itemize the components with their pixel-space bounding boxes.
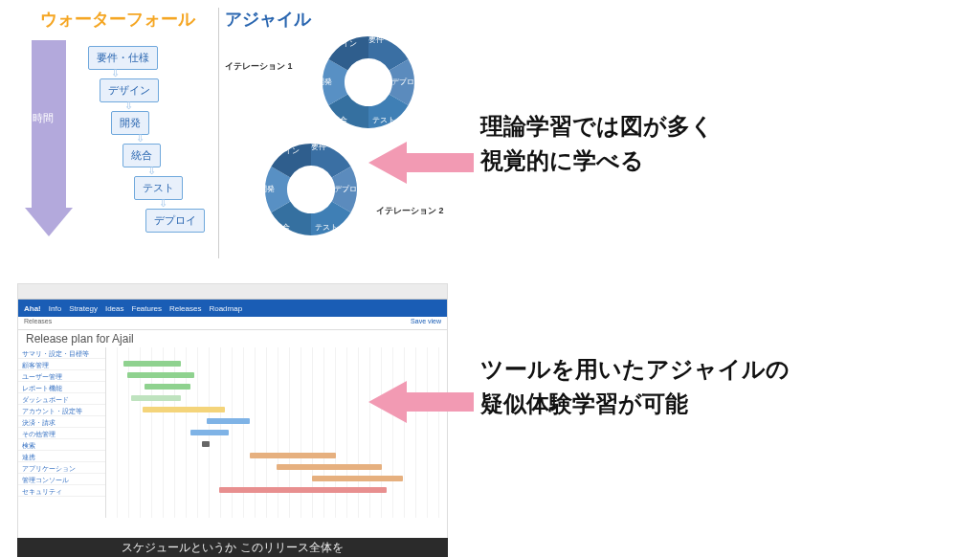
wf-step: デプロイ bbox=[145, 209, 205, 233]
time-arrow bbox=[25, 40, 73, 241]
sub-bar: Releases Save view bbox=[18, 317, 447, 330]
callout1-line2: 視覚的に学べる bbox=[480, 144, 714, 178]
gantt-bar bbox=[131, 395, 181, 401]
seg2-int: 統合 bbox=[275, 222, 290, 233]
menu-item[interactable]: Releases bbox=[169, 304, 201, 313]
gantt-row-label: 連携 bbox=[18, 451, 105, 462]
seg-dev: 開発 bbox=[317, 77, 332, 87]
gantt-row-label: その他管理 bbox=[18, 428, 105, 439]
gantt-bar bbox=[207, 418, 250, 424]
callout2-line2: 疑似体験学習が可能 bbox=[480, 387, 790, 421]
gantt-bar bbox=[277, 464, 382, 470]
gantt-bar bbox=[127, 372, 194, 378]
agile-panel: アジャイル イテレーション 1 イテレーション 2 要件・仕様 デプロイ テスト… bbox=[218, 8, 448, 258]
gantt-row-label: セキュリティ bbox=[18, 485, 105, 497]
gantt-row-label: サマリ・設定・目標等 bbox=[18, 347, 105, 359]
gantt-bar bbox=[202, 441, 210, 447]
callout-arrow-2 bbox=[368, 373, 474, 431]
gantt-labels: サマリ・設定・目標等顧客管理ユーザー管理レポート機能ダッシュボードアカウント・設… bbox=[18, 347, 106, 518]
gantt-bar bbox=[190, 430, 229, 435]
menu-item[interactable]: Roadmap bbox=[209, 304, 242, 313]
gantt-bar bbox=[123, 361, 181, 367]
gantt-row-label: ダッシュボード bbox=[18, 393, 105, 405]
seg2-dev: 開発 bbox=[259, 184, 275, 194]
gantt-row-label: アプリケーション bbox=[18, 462, 105, 474]
gantt-row-label: ユーザー管理 bbox=[18, 370, 105, 382]
methodology-diagram: ウォーターフォール 時間 要件・仕様⇩ デザイン⇩ 開発⇩ 統合⇩ テスト⇩ デ… bbox=[17, 8, 448, 258]
gantt-bar bbox=[145, 384, 190, 390]
menu-item[interactable]: Strategy bbox=[69, 304, 98, 313]
seg2-test: テスト bbox=[315, 222, 338, 233]
agile-title: アジャイル bbox=[225, 8, 448, 31]
release-title: Release plan for Ajail bbox=[18, 330, 447, 347]
callout-arrow-1 bbox=[368, 134, 474, 191]
seg2-deploy: デプロイ bbox=[334, 184, 365, 194]
iteration1-label: イテレーション 1 bbox=[225, 60, 293, 73]
waterfall-title: ウォーターフォール bbox=[17, 8, 218, 31]
browser-chrome bbox=[18, 284, 447, 300]
gantt-bar bbox=[250, 453, 336, 458]
seg-int: 統合 bbox=[332, 115, 347, 125]
callout-2: ツールを用いたアジャイルの 疑似体験学習が可能 bbox=[480, 352, 790, 421]
seg-design: デザイン bbox=[326, 38, 357, 49]
gantt-row-label: レポート機能 bbox=[18, 382, 105, 393]
gantt-row-label: 管理コンソール bbox=[18, 474, 105, 485]
gantt-row-label: アカウント・設定等 bbox=[18, 405, 105, 416]
seg-test: テスト bbox=[372, 115, 395, 125]
callout2-line1: ツールを用いたアジャイルの bbox=[480, 352, 790, 387]
callout-1: 理論学習では図が多く 視覚的に学べる bbox=[480, 109, 714, 178]
svg-marker-1 bbox=[368, 381, 474, 423]
gantt-row-label: 決済・請求 bbox=[18, 416, 105, 428]
waterfall-panel: ウォーターフォール 時間 要件・仕様⇩ デザイン⇩ 開発⇩ 統合⇩ テスト⇩ デ… bbox=[17, 8, 218, 258]
save-view-button[interactable]: Save view bbox=[411, 318, 441, 328]
callout1-line1: 理論学習では図が多く bbox=[480, 109, 714, 144]
seg-deploy: デプロイ bbox=[391, 77, 422, 87]
seg2-design: デザイン bbox=[269, 145, 300, 156]
gantt-bar bbox=[312, 476, 403, 481]
gantt-bar bbox=[143, 407, 225, 412]
wf-step: 要件・仕様 bbox=[88, 46, 158, 70]
seg-req: 要件・仕様 bbox=[368, 34, 407, 45]
svg-marker-0 bbox=[368, 142, 474, 184]
gantt-row-label: 顧客管理 bbox=[18, 359, 105, 370]
menu-item[interactable]: Info bbox=[49, 304, 61, 313]
video-subtitle: スケジュールというか このリリース全体を bbox=[17, 538, 448, 557]
waterfall-steps: 要件・仕様⇩ デザイン⇩ 開発⇩ 統合⇩ テスト⇩ デプロイ bbox=[88, 46, 205, 241]
subbar-left: Releases bbox=[24, 318, 52, 328]
iteration2-label: イテレーション 2 bbox=[376, 205, 444, 217]
time-label: 時間 bbox=[33, 111, 54, 125]
gantt-row-label: 検索 bbox=[18, 439, 105, 451]
app-logo: Aha! bbox=[24, 304, 41, 313]
gantt-bar bbox=[219, 487, 387, 493]
seg2-req: 要件・仕様 bbox=[311, 142, 349, 152]
app-header: Aha! Info Strategy Ideas Features Releas… bbox=[18, 300, 447, 317]
menu-item[interactable]: Features bbox=[132, 304, 163, 313]
menu-item[interactable]: Ideas bbox=[105, 304, 124, 313]
